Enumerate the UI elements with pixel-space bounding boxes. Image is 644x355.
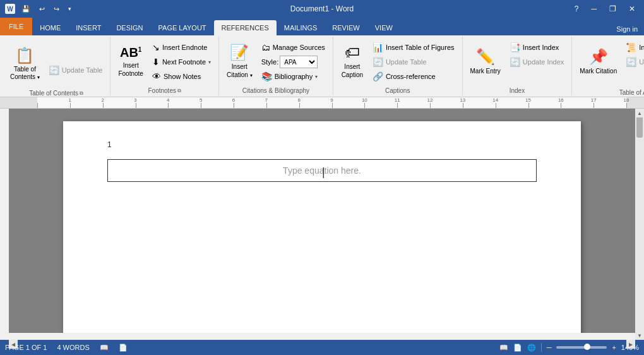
- scroll-right-button[interactable]: ▶: [626, 340, 635, 349]
- captions-update-icon: 🔄: [373, 57, 383, 67]
- insert-authorities-icon: 📜: [626, 42, 636, 52]
- tab-home[interactable]: HOME: [32, 20, 68, 35]
- footnote-col: ↘ Insert Endnote ⬇ Next Footnote ▾ 👁 Sho…: [148, 38, 215, 83]
- group-footnotes: AB1 InsertFootnote ↘ Insert Endnote ⬇ Ne…: [110, 37, 219, 95]
- style-label: Style:: [261, 58, 279, 66]
- bibliography-button[interactable]: 📚 Bibliography ▾: [258, 69, 329, 83]
- next-footnote-label: Next Footnote: [162, 58, 206, 66]
- table-of-contents-button[interactable]: 📋 Table ofContents ▾: [6, 40, 44, 88]
- group-authorities-label: Table of Authorities ▲: [619, 86, 644, 97]
- minimize-button[interactable]: ─: [587, 3, 600, 15]
- proofing-icon[interactable]: 📖: [100, 344, 109, 352]
- insert-authorities-button[interactable]: 📜 Insert Table of Authorities: [622, 40, 644, 54]
- qat-customize-button[interactable]: ▾: [66, 4, 74, 13]
- group-captions-content: 🏷 InsertCaption 📊 Insert Table of Figure…: [337, 38, 458, 86]
- title-bar-left: W 💾 ↩ ↪ ▾: [5, 4, 74, 15]
- group-index-content: ✏️ Mark Entry 📑 Insert Index 🔄 Update In…: [467, 38, 568, 86]
- macro-icon[interactable]: 📄: [119, 344, 128, 352]
- insert-table-figures-button[interactable]: 📊 Insert Table of Figures: [369, 40, 458, 54]
- group-footnotes-content: AB1 InsertFootnote ↘ Insert Endnote ⬇ Ne…: [114, 38, 215, 86]
- group-toc-label: Table of Contents ⧉: [29, 88, 83, 97]
- next-footnote-button[interactable]: ⬇ Next Footnote ▾: [148, 55, 215, 69]
- bibliography-label: Bibliography: [275, 73, 313, 80]
- status-right: 📖 📄 🌐 ─ + 140%: [499, 343, 639, 352]
- show-notes-button[interactable]: 👁 Show Notes: [148, 69, 215, 83]
- citations-col: 🗂 Manage Sources Style: APA MLA Chicago …: [258, 38, 329, 83]
- app-icon: W: [5, 4, 15, 14]
- web-layout-icon[interactable]: 🌐: [527, 344, 536, 352]
- insert-index-label: Insert Index: [523, 44, 559, 51]
- group-citations-label: Citations & Bibliography: [242, 86, 309, 94]
- update-authorities-button[interactable]: 🔄 Update Table of Authorities: [622, 55, 644, 69]
- status-divider: [541, 343, 542, 352]
- tab-file[interactable]: FILE: [0, 18, 32, 35]
- mark-citation-button[interactable]: 📌 Mark Citation: [576, 38, 621, 86]
- next-footnote-icon: ⬇: [152, 57, 160, 67]
- insert-endnote-button[interactable]: ↘ Insert Endnote: [148, 40, 215, 54]
- scroll-left-button[interactable]: ◀: [9, 340, 18, 349]
- group-captions-label: Captions: [385, 86, 410, 94]
- cross-reference-button[interactable]: 🔗 Cross-reference: [369, 69, 458, 83]
- cross-reference-label: Cross-reference: [386, 73, 436, 80]
- insert-footnote-icon: AB1: [120, 46, 141, 59]
- style-selector[interactable]: Style: APA MLA Chicago: [258, 55, 329, 69]
- window-controls: ? ─ ❐ ✕: [571, 3, 639, 15]
- insert-endnote-icon: ↘: [152, 42, 160, 52]
- group-table-of-contents: 📋 Table ofContents ▾ 🔄 Update Table Tabl…: [3, 37, 110, 95]
- mark-entry-button[interactable]: ✏️ Mark Entry: [467, 38, 504, 86]
- save-button[interactable]: 💾: [19, 4, 33, 15]
- scroll-down-button[interactable]: ▼: [635, 331, 644, 340]
- ruler-inner: 123456789101112131415161718: [37, 97, 626, 108]
- insert-table-figures-label: Insert Table of Figures: [386, 44, 455, 51]
- vertical-scrollbar[interactable]: [635, 109, 644, 349]
- print-layout-icon[interactable]: 📄: [513, 344, 522, 352]
- tab-references[interactable]: REFERENCES: [214, 20, 277, 35]
- restore-button[interactable]: ❐: [605, 3, 620, 15]
- signin-button[interactable]: Sign in: [610, 23, 644, 35]
- footnotes-group-expand[interactable]: ⧉: [177, 88, 181, 94]
- manage-sources-button[interactable]: 🗂 Manage Sources: [258, 40, 329, 54]
- tab-page-layout[interactable]: PAGE LAYOUT: [151, 20, 214, 35]
- title-bar: W 💾 ↩ ↪ ▾ Document1 - Word ? ─ ❐ ✕: [0, 0, 644, 18]
- tab-review[interactable]: REVIEW: [325, 20, 367, 35]
- captions-update-table-button[interactable]: 🔄 Update Table: [369, 55, 458, 69]
- tab-mailings[interactable]: MAILINGS: [277, 20, 325, 35]
- group-authorities-content: 📌 Mark Citation 📜 Insert Table of Author…: [576, 38, 644, 86]
- words-status: 4 WORDS: [57, 344, 89, 351]
- zoom-in-button[interactable]: +: [612, 344, 616, 351]
- insert-citation-button[interactable]: 📝 InsertCitation ▾: [223, 38, 256, 86]
- ruler-left-corner: [0, 97, 9, 108]
- show-notes-icon: 👁: [152, 71, 161, 81]
- update-table-icon: 🔄: [49, 65, 59, 75]
- update-index-button[interactable]: 🔄 Update Index: [506, 55, 568, 69]
- captions-update-label: Update Table: [386, 58, 427, 66]
- insert-index-button[interactable]: 📑 Insert Index: [506, 40, 568, 54]
- close-button[interactable]: ✕: [625, 3, 639, 15]
- read-mode-icon[interactable]: 📖: [499, 344, 508, 352]
- scroll-up-button[interactable]: ▲: [635, 109, 644, 117]
- insert-caption-button[interactable]: 🏷 InsertCaption: [337, 38, 367, 86]
- undo-button[interactable]: ↩: [37, 4, 47, 15]
- insert-endnote-label: Insert Endnote: [162, 44, 208, 51]
- zoom-out-button[interactable]: ─: [547, 344, 552, 351]
- group-index-label: Index: [510, 86, 525, 94]
- bibliography-icon: 📚: [261, 71, 272, 81]
- redo-button[interactable]: ↪: [51, 4, 62, 15]
- page-number: 1: [107, 140, 537, 149]
- update-table-button[interactable]: 🔄 Update Table: [45, 63, 107, 77]
- group-citations: 📝 InsertCitation ▾ 🗂 Manage Sources Styl…: [219, 37, 333, 95]
- zoom-slider[interactable]: [556, 346, 607, 349]
- tab-design[interactable]: DESIGN: [109, 20, 150, 35]
- cross-ref-icon: 🔗: [373, 71, 383, 81]
- update-table-label: Update Table: [62, 66, 103, 74]
- toc-group-expand[interactable]: ⧉: [80, 90, 83, 97]
- help-button[interactable]: ?: [571, 3, 583, 15]
- insert-authorities-label: Insert Table of Authorities: [639, 44, 644, 51]
- insert-footnote-button[interactable]: AB1 InsertFootnote: [114, 38, 146, 86]
- manage-sources-icon: 🗂: [261, 42, 270, 52]
- tab-insert[interactable]: INSERT: [68, 20, 109, 35]
- ribbon: 📋 Table ofContents ▾ 🔄 Update Table Tabl…: [0, 35, 644, 97]
- style-select[interactable]: APA MLA Chicago: [280, 56, 318, 68]
- document-area: ▲ 1 Type equation here. | ▼ ◀ ▶: [0, 109, 644, 349]
- tab-view[interactable]: VIEW: [367, 20, 400, 35]
